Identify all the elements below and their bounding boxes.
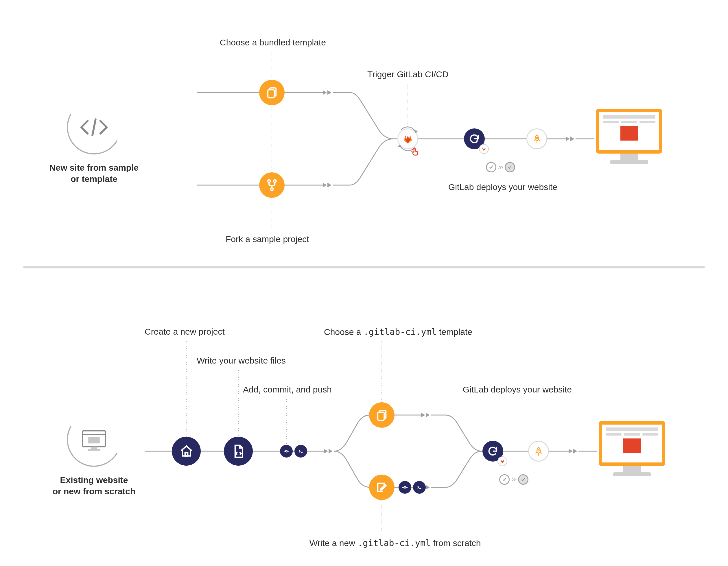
pipeline-status-icon-2: ≫: [499, 474, 528, 485]
svg-point-14: [268, 180, 270, 182]
terminal-icon-2: [413, 481, 426, 494]
svg-point-16: [271, 188, 273, 191]
home-icon: [172, 437, 201, 466]
label-deploy-top: GitLab deploys your website: [448, 182, 557, 192]
gitlab-tiny-icon-2: [497, 456, 507, 466]
svg-point-18: [536, 137, 538, 139]
label-write-ci: Write a new .gitlab-ci.yml from scratch: [309, 538, 481, 548]
label-fork-sample: Fork a sample project: [226, 234, 309, 244]
label-create-project: Create a new project: [145, 327, 225, 337]
rocket-icon-2: [528, 441, 549, 462]
ci-template-icon: [369, 402, 395, 428]
template-icon: [259, 80, 285, 105]
diagram-top: New site from sample or template Choose …: [35, 17, 693, 283]
edit-icon: [369, 475, 395, 500]
svg-rect-40: [378, 412, 384, 420]
label-write-files: Write your website files: [197, 356, 286, 366]
commit-icon-2: [399, 481, 411, 494]
fork-icon: [259, 172, 285, 198]
gitlab-tiny-icon: [479, 144, 489, 154]
file-code-icon: [224, 437, 253, 466]
commit-icon: [280, 445, 293, 458]
diagram-bottom: Existing website or new from scratch Cre…: [35, 295, 693, 566]
label-choose-ci: Choose a .gitlab-ci.yml template: [324, 327, 472, 337]
svg-point-45: [538, 450, 539, 451]
click-hand-icon: [411, 148, 419, 156]
svg-point-15: [274, 180, 276, 182]
label-trigger-ci: Trigger GitLab CI/CD: [367, 69, 449, 79]
svg-rect-34: [185, 453, 187, 456]
section-divider: [23, 266, 705, 268]
pipeline-status-icon: ≫: [486, 162, 515, 172]
deployed-site-icon-2: [599, 421, 665, 476]
rocket-icon: [526, 128, 547, 149]
terminal-icon: [294, 445, 307, 458]
label-add-commit-push: Add, commit, and push: [243, 385, 332, 394]
svg-rect-13: [268, 90, 274, 98]
deployed-site-icon: [596, 109, 662, 164]
svg-point-41: [404, 486, 406, 488]
label-deploy-bottom: GitLab deploys your website: [463, 385, 572, 394]
label-choose-template: Choose a bundled template: [220, 38, 326, 47]
svg-point-35: [285, 450, 287, 452]
